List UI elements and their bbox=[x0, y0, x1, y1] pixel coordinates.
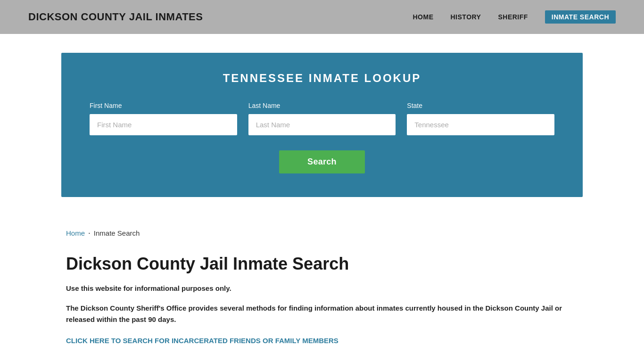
search-button-row: Search bbox=[90, 150, 554, 173]
page-heading: Dickson County Jail Inmate Search bbox=[66, 254, 578, 274]
click-here-link[interactable]: CLICK HERE to Search for Incarcerated Fr… bbox=[66, 337, 339, 345]
info-text-line1: Use this website for informational purpo… bbox=[66, 283, 578, 294]
first-name-field-group: First Name bbox=[90, 102, 237, 135]
breadcrumb-separator: • bbox=[89, 231, 90, 235]
nav-home[interactable]: HOME bbox=[413, 13, 434, 21]
nav-inmate-search[interactable]: INMATE SEARCH bbox=[545, 10, 616, 24]
info-text-line2: The Dickson County Sheriff's Office prov… bbox=[66, 303, 578, 325]
state-field-group: State bbox=[407, 102, 554, 135]
hero-title: TENNESSEE INMATE LOOKUP bbox=[90, 72, 554, 85]
state-input[interactable] bbox=[407, 114, 554, 135]
last-name-field-group: Last Name bbox=[248, 102, 396, 135]
first-name-input[interactable] bbox=[90, 114, 237, 135]
last-name-label: Last Name bbox=[248, 102, 396, 109]
main-nav: HOME HISTORY SHERIFF INMATE SEARCH bbox=[413, 10, 616, 24]
search-fields-row: First Name Last Name State bbox=[90, 102, 554, 135]
site-title: DICKSON COUNTY JAIL INMATES bbox=[28, 11, 203, 23]
main-content: Dickson County Jail Inmate Search Use th… bbox=[0, 237, 644, 362]
last-name-input[interactable] bbox=[248, 114, 396, 135]
nav-sheriff[interactable]: SHERIFF bbox=[498, 13, 528, 21]
first-name-label: First Name bbox=[90, 102, 237, 109]
search-button[interactable]: Search bbox=[279, 150, 365, 173]
nav-history[interactable]: HISTORY bbox=[451, 13, 481, 21]
site-header: DICKSON COUNTY JAIL INMATES HOME HISTORY… bbox=[0, 0, 644, 34]
hero-search-section: TENNESSEE INMATE LOOKUP First Name Last … bbox=[61, 53, 583, 197]
breadcrumb: Home • Inmate Search bbox=[0, 216, 644, 237]
breadcrumb-current: Inmate Search bbox=[94, 229, 140, 237]
breadcrumb-home-link[interactable]: Home bbox=[66, 229, 85, 237]
state-label: State bbox=[407, 102, 554, 109]
